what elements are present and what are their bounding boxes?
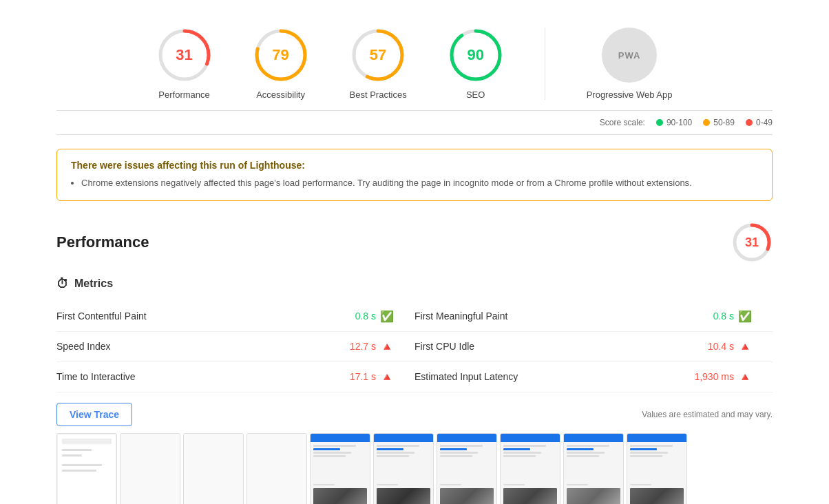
scale-red: 0-49 [746,118,773,127]
warning-text: Chrome extensions negatively affected th… [71,176,758,190]
view-trace-button[interactable]: View Trace [56,403,132,426]
scale-green: 90-100 [656,118,692,127]
metric-name-fcp: First Contentful Paint [56,311,147,322]
seo-score: 90 [467,46,483,64]
metric-name-eil: Estimated Input Latency [414,371,518,382]
gauge-performance: 31 [157,28,212,83]
score-performance: 31 Performance [157,28,212,100]
metric-name-fmp: First Meaningful Paint [414,311,507,322]
warning-box: There were issues affecting this run of … [56,149,773,201]
pwa-circle: PWA [602,28,657,83]
performance-score: 31 [176,46,192,64]
score-scale: Score scale: 90-100 50-89 0-49 [56,111,773,135]
metric-value-tti: 17.1 s 🔺 [350,370,394,384]
best-practices-score: 57 [370,46,386,64]
metric-first-meaningful-paint: First Meaningful Paint 0.8 s ✅ [414,302,773,332]
section-header: Performance 31 [56,222,773,263]
estimated-note: Values are estimated and may vary. [642,410,773,419]
score-accessibility: 79 Accessibility [253,28,308,100]
metric-name-si: Speed Index [56,341,111,352]
red-dot [746,119,753,126]
warning-icon-si: 🔺 [380,340,394,353]
section-score-number: 31 [745,235,759,249]
check-icon-fcp: ✅ [380,310,394,323]
film-frame-9 [563,433,624,505]
metric-name-fci: First CPU Idle [414,341,474,352]
check-icon-fmp: ✅ [738,310,752,323]
metric-name-tti: Time to Interactive [56,371,136,382]
section-title: Performance [56,233,149,251]
film-frame-5 [310,433,370,505]
scale-green-range: 90-100 [667,118,692,127]
metric-first-cpu-idle: First CPU Idle 10.4 s 🔺 [414,332,773,362]
score-pwa: PWA Progressive Web App [545,28,673,100]
stopwatch-icon: ⏱ [56,277,69,291]
seo-label: SEO [466,90,485,100]
green-dot [656,119,663,126]
score-best-practices: 57 Best Practices [350,28,407,100]
accessibility-score: 79 [272,46,288,64]
film-frame-8 [500,433,560,505]
warning-title: There were issues affecting this run of … [71,160,758,171]
warning-item: Chrome extensions negatively affected th… [81,176,758,190]
warning-icon-tti: 🔺 [380,370,394,384]
metrics-grid: First Contentful Paint 0.8 s ✅ First Mea… [56,302,773,392]
metric-value-si: 12.7 s 🔺 [350,340,394,353]
film-frame-1 [56,433,117,505]
metric-value-eil: 1,930 ms 🔺 [694,370,752,384]
main-container: 31 Performance 79 Accessibility [36,0,793,504]
best-practices-label: Best Practices [350,90,407,100]
film-frame-2 [120,433,180,505]
film-frame-6 [373,433,434,505]
scale-label: Score scale: [600,118,645,127]
film-frame-4 [246,433,307,505]
orange-dot [703,119,710,126]
trace-row: View Trace Values are estimated and may … [56,403,773,426]
metrics-header: ⏱ Metrics [56,277,773,291]
metric-speed-index: Speed Index 12.7 s 🔺 [56,332,414,362]
pwa-abbr: PWA [618,50,641,61]
gauge-accessibility: 79 [253,28,308,83]
gauge-seo: 90 [448,28,503,83]
metric-value-fci: 10.4 s 🔺 [708,340,752,353]
metric-estimated-input-latency: Estimated Input Latency 1,930 ms 🔺 [414,362,773,392]
metric-time-to-interactive: Time to Interactive 17.1 s 🔺 [56,362,414,392]
scale-red-range: 0-49 [756,118,773,127]
warning-icon-eil: 🔺 [738,370,752,384]
filmstrip [56,433,773,505]
metrics-title: Metrics [74,277,113,290]
scale-orange-range: 50-89 [713,118,735,127]
pwa-label: Progressive Web App [587,90,673,100]
metric-value-fcp: 0.8 s ✅ [355,310,394,323]
performance-label: Performance [158,90,209,100]
film-frame-7 [437,433,497,505]
film-frame-3 [183,433,244,505]
metric-first-contentful-paint: First Contentful Paint 0.8 s ✅ [56,302,414,332]
scores-row: 31 Performance 79 Accessibility [56,14,773,111]
gauge-best-practices: 57 [350,28,406,83]
warning-icon-fci: 🔺 [738,340,752,353]
film-frame-10 [627,433,687,505]
scale-orange: 50-89 [703,118,735,127]
section-score-gauge: 31 [731,222,773,263]
accessibility-label: Accessibility [256,90,305,100]
metric-value-fmp: 0.8 s ✅ [713,310,752,323]
score-seo: 90 SEO [448,28,503,100]
